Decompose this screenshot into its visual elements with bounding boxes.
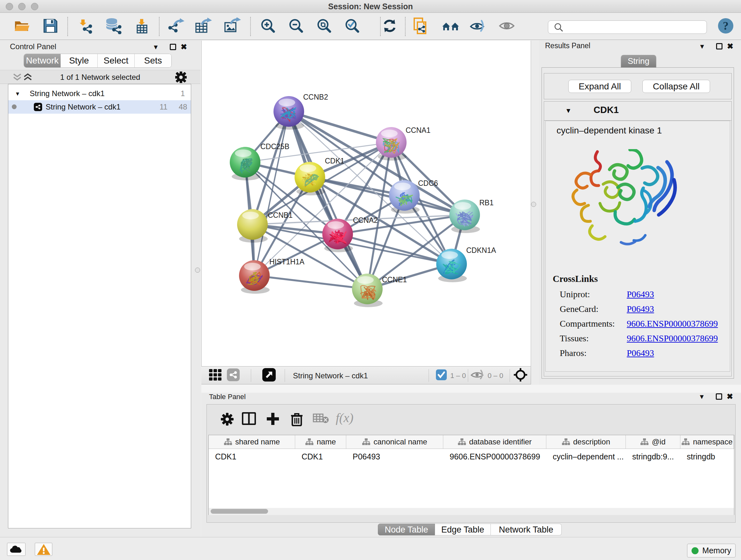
svg-text:?: ? (723, 19, 729, 32)
svg-text:CDK1: CDK1 (325, 157, 344, 165)
svg-text:CDC6: CDC6 (418, 179, 438, 187)
svg-text:RB1: RB1 (479, 199, 494, 207)
svg-text:CCNA1: CCNA1 (406, 126, 430, 134)
svg-text:CCNB1: CCNB1 (268, 211, 293, 219)
svg-text:CCNA2: CCNA2 (353, 216, 378, 225)
svg-text:CCNE1: CCNE1 (382, 275, 407, 284)
svg-text:CDKN1A: CDKN1A (466, 246, 496, 254)
svg-text:CDC25B: CDC25B (260, 142, 289, 151)
svg-text:HIST1H1A: HIST1H1A (269, 258, 305, 266)
svg-text:CCNB2: CCNB2 (303, 93, 328, 101)
